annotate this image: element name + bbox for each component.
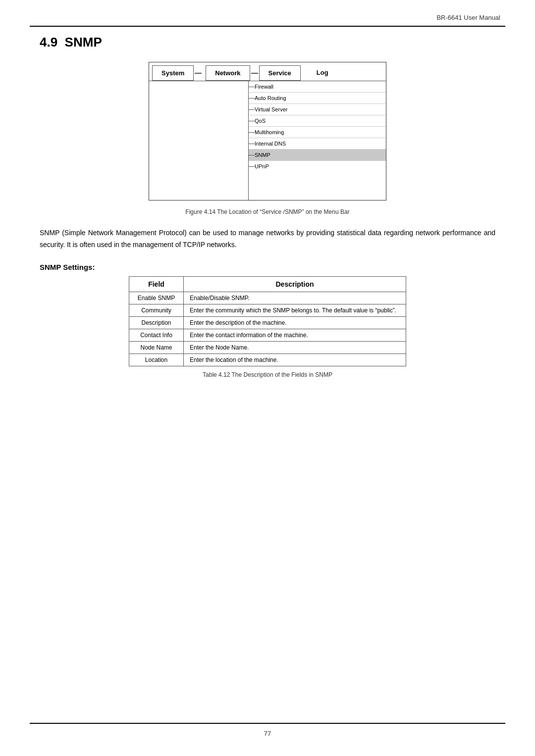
menu-item-log[interactable]: Log (308, 65, 337, 81)
table-row: Node Name Enter the Node Name. (129, 341, 406, 353)
table-row: Location Enter the location of the machi… (129, 353, 406, 366)
page-header: BR-6641 User Manual (436, 14, 500, 21)
top-rule (30, 26, 505, 27)
table-caption: Table 4.12 The Description of the Fields… (40, 371, 495, 378)
section-title: 4.9 SNMP (40, 35, 495, 50)
dropdown-item-upnp[interactable]: UPnP (249, 161, 386, 172)
field-contact-info: Contact Info (129, 329, 184, 341)
desc-node-name: Enter the Node Name. (184, 341, 406, 353)
desc-location: Enter the location of the machine. (184, 353, 406, 366)
field-node-name: Node Name (129, 341, 184, 353)
header-title: BR-6641 User Manual (436, 14, 500, 21)
dropdown-item-snmp[interactable]: SNMP (249, 150, 386, 161)
desc-contact-info: Enter the contact information of the mac… (184, 329, 406, 341)
field-community: Community (129, 304, 184, 316)
table-row: Community Enter the community which the … (129, 304, 406, 316)
menu-diagram: System Network Service Log Firewall (149, 62, 386, 201)
dropdown-item-autorouting[interactable]: Auto Routing (249, 93, 386, 104)
desc-enable-snmp: Enable/Disable SNMP. (184, 292, 406, 304)
dropdown-item-multihoming[interactable]: Multihoming (249, 127, 386, 138)
menu-item-service[interactable]: Service (259, 65, 301, 81)
page-container: BR-6641 User Manual 4.9 SNMP System Netw… (0, 0, 535, 756)
dropdown-item-qos[interactable]: QoS (249, 115, 386, 127)
menu-item-network[interactable]: Network (206, 65, 250, 81)
dropdown-item-firewall[interactable]: Firewall (249, 81, 386, 93)
desc-community: Enter the community which the SNMP belon… (184, 304, 406, 316)
col-header-field: Field (129, 276, 184, 292)
field-location: Location (129, 353, 184, 366)
menu-bar: System Network Service Log (149, 62, 386, 81)
connector-network-service (250, 65, 259, 81)
dropdown-menu: Firewall Auto Routing Virtual Server QoS… (248, 81, 386, 200)
body-text: SNMP (Simple Network Management Protocol… (40, 227, 495, 251)
bottom-rule (30, 723, 505, 724)
table-row: Contact Info Enter the contact informati… (129, 329, 406, 341)
menu-item-system[interactable]: System (152, 65, 194, 81)
dropdown-area: Firewall Auto Routing Virtual Server QoS… (149, 81, 386, 200)
figure-caption: Figure 4.14 The Location of “Service /SN… (40, 208, 495, 215)
col-header-description: Description (184, 276, 406, 292)
desc-description: Enter the description of the machine. (184, 316, 406, 329)
field-description: Description (129, 316, 184, 329)
page-number: 77 (264, 730, 271, 737)
settings-table: Field Description Enable SNMP Enable/Dis… (129, 276, 406, 366)
table-row: Enable SNMP Enable/Disable SNMP. (129, 292, 406, 304)
spacer-left (149, 81, 248, 200)
dropdown-item-internaldns[interactable]: Internal DNS (249, 138, 386, 150)
main-content: 4.9 SNMP System Network Service Log (40, 35, 495, 378)
connector-system-network (194, 65, 203, 81)
table-row: Description Enter the description of the… (129, 316, 406, 329)
field-enable-snmp: Enable SNMP (129, 292, 184, 304)
settings-heading: SNMP Settings: (40, 263, 495, 271)
dropdown-item-virtualserver[interactable]: Virtual Server (249, 104, 386, 115)
